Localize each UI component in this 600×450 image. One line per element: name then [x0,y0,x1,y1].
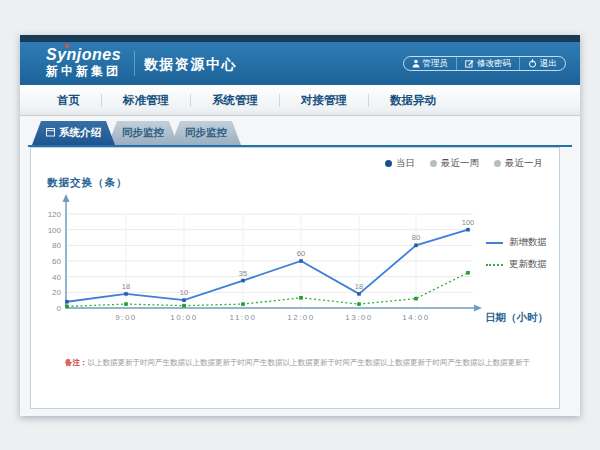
y-tick-label: 60 [52,257,61,266]
nav-item-home[interactable]: 首页 [36,85,101,115]
footnote: 备注：以上数据更新于时间产生数据以上数据更新于时间产生数据以上数据更新于时间产生… [65,358,549,368]
logout-button[interactable]: 退出 [519,57,565,70]
nav-item-integration-management[interactable]: 对接管理 [280,85,368,115]
chart-legend: 新增数据 更新数据 [486,236,547,271]
legend-label: 更新数据 [509,258,547,271]
tab-bar: 系统介绍 同步监控 同步监控 [32,121,241,145]
y-tick-label: 100 [48,226,62,235]
content-area: 系统介绍 同步监控 同步监控 当日 最近一周 [20,116,580,416]
data-point [299,296,303,300]
radio-dot-icon [430,160,437,167]
data-point [124,302,128,306]
point-label: 18 [355,282,363,291]
x-tick-label: 9:00 [115,313,137,322]
data-point [466,271,470,275]
footnote-prefix: 备注： [65,358,88,367]
radio-dot-icon [385,160,392,167]
filter-option-last-week[interactable]: 最近一周 [430,157,479,170]
page-background: { "header": { "logo_line1": "Synjones", … [0,0,600,450]
data-point [65,300,69,304]
legend-label: 新增数据 [509,236,547,249]
logo-company-name: 新中新集团 [46,64,121,78]
data-point [299,259,303,263]
radio-dot-icon [494,160,501,167]
nav-item-data-change[interactable]: 数据异动 [369,85,457,115]
data-point [357,292,361,296]
y-tick-label: 20 [52,288,61,297]
y-tick-label: 120 [48,210,62,219]
power-icon [528,59,537,68]
tab-label: 系统介绍 [59,126,101,140]
tab-sync-monitor-1[interactable]: 同步监控 [108,121,178,145]
y-axis-arrow-icon [63,194,70,202]
x-tick-label: 11:00 [230,313,257,322]
chart-panel: 当日 最近一周 最近一月 数据交换（条） 0204060801001209:00… [30,147,560,409]
point-label: 80 [412,233,420,242]
time-range-filters: 当日 最近一周 最近一月 [385,157,543,170]
point-label: 60 [297,249,305,258]
page-title: 数据资源中心 [144,56,237,74]
filter-label: 最近一月 [505,157,543,170]
data-point [241,279,245,283]
data-point [414,297,418,301]
logout-button-label: 退出 [540,58,557,70]
nav-item-system-management[interactable]: 系统管理 [191,85,279,115]
logo: Synjones 新中新集团 [46,46,121,78]
filter-label: 最近一周 [441,157,479,170]
footnote-text: 以上数据更新于时间产生数据以上数据更新于时间产生数据以上数据更新于时间产生数据以… [88,358,531,367]
header-divider [134,51,135,76]
y-tick-label: 0 [57,304,62,313]
admin-button-label: 管理员 [423,58,449,70]
data-point [357,302,361,306]
logo-brand-text: Synjones [46,46,121,64]
data-point [182,298,186,302]
data-point [65,305,69,309]
logo-red-dot-icon [65,44,69,48]
filter-label: 当日 [396,157,415,170]
point-label: 100 [462,218,475,227]
user-icon [412,59,420,68]
solid-line-icon [486,242,503,244]
header: Synjones 新中新集团 数据资源中心 管理员 修改密码 [20,42,580,85]
user-actions-group: 管理员 修改密码 退出 [403,56,567,71]
tab-system-intro[interactable]: 系统介绍 [32,121,115,145]
data-point [182,304,186,308]
edit-icon [465,59,474,68]
x-tick-label: 13:00 [345,313,373,322]
x-axis-arrow-icon [474,305,482,312]
series-line-0 [67,230,468,302]
change-password-button[interactable]: 修改密码 [456,57,519,70]
app-window: Synjones 新中新集团 数据资源中心 管理员 修改密码 [20,35,580,416]
tab-label: 同步监控 [122,126,164,140]
filter-option-today[interactable]: 当日 [385,157,415,170]
x-tick-label: 10:00 [170,313,198,322]
top-strip [20,35,580,42]
point-label: 35 [239,269,247,278]
tab-label: 同步监控 [185,126,227,140]
legend-item-new-data: 新增数据 [486,236,547,249]
y-tick-label: 80 [52,241,61,250]
y-tick-label: 40 [52,273,61,282]
change-password-button-label: 修改密码 [477,58,511,70]
tab-sync-monitor-2[interactable]: 同步监控 [171,121,241,145]
legend-item-updated-data: 更新数据 [486,258,547,271]
data-point [124,292,128,296]
window-frame-icon [46,127,55,139]
data-point [466,228,470,232]
admin-button[interactable]: 管理员 [404,57,457,70]
main-navigation: 首页 标准管理 系统管理 对接管理 数据异动 [20,85,580,116]
x-axis-title: 日期（小时） [485,311,548,324]
line-chart: 0204060801001209:0010:0011:0012:0013:001… [37,188,557,338]
point-label: 18 [122,282,130,291]
data-point [241,302,245,306]
x-tick-label: 14:00 [402,313,430,322]
dotted-line-icon [486,264,503,266]
nav-item-standard-management[interactable]: 标准管理 [102,85,190,115]
x-tick-label: 12:00 [287,313,315,322]
point-label: 10 [180,288,188,297]
filter-option-last-month[interactable]: 最近一月 [494,157,543,170]
data-point [414,244,418,248]
